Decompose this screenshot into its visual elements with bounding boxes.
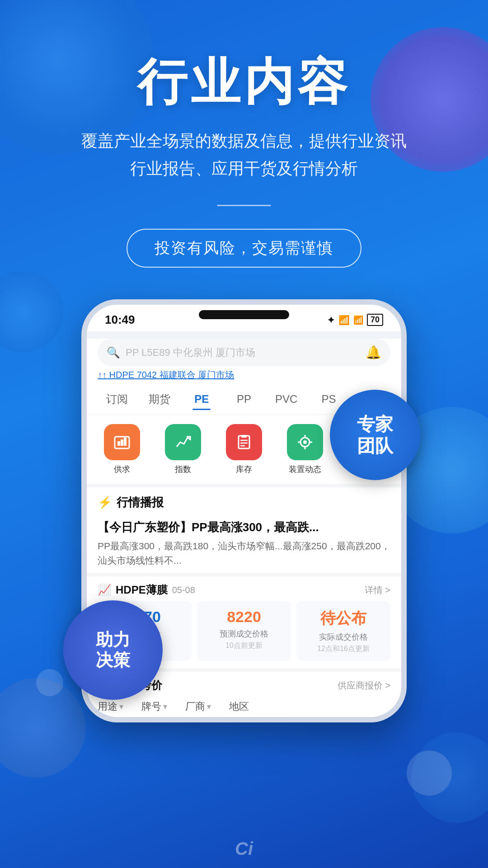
price-label-predict: 预测成交价格 <box>202 628 286 639</box>
search-bar[interactable]: 🔍 PP L5E89 中化泉州 厦门市场 🔔 <box>98 339 390 366</box>
price-value-predict: 8220 <box>202 608 286 626</box>
broadcast-icon: ⚡ <box>98 495 112 509</box>
bluetooth-icon: ✦ <box>327 315 335 326</box>
market-broadcast-header: ⚡ 行情播报 <box>87 484 401 514</box>
filter-usage-label: 用途 <box>98 700 117 713</box>
hero-title: 行业内容 <box>137 54 351 109</box>
price-update-predict: 10点前更新 <box>202 641 286 651</box>
inventory-icon <box>226 424 262 460</box>
filter-usage-arrow: ▾ <box>119 702 123 712</box>
price-value-actual: 待公布 <box>302 608 385 629</box>
svg-point-10 <box>303 440 307 444</box>
filter-brand-label: 牌号 <box>141 700 161 713</box>
market-ref-link[interactable]: 供应商报价 > <box>338 679 390 692</box>
tab-subscribe[interactable]: 订阅 <box>96 388 138 410</box>
price-detail-link[interactable]: 详情 > <box>365 584 390 596</box>
bottom-watermark: Ci <box>235 839 253 859</box>
device-label: 装置动态 <box>289 464 321 475</box>
phone-mockup: 专家 团队 助力 决策 10:49 ✦ 📶 📶 70 <box>81 299 407 722</box>
status-icons: ✦ 📶 📶 70 <box>327 314 383 326</box>
risk-warning: 投资有风险，交易需谨慎 <box>127 229 361 268</box>
filter-manufacturer[interactable]: 厂商 ▾ <box>185 700 211 713</box>
subtitle-line2: 行业报告、应用干货及行情分析 <box>130 159 358 178</box>
bell-icon[interactable]: 🔔 <box>366 345 381 360</box>
supply-label: 供求 <box>114 464 130 475</box>
expert-badge: 专家 团队 <box>330 390 420 480</box>
subtitle-line1: 覆盖产业全场景的数据及信息，提供行业资讯 <box>81 132 407 150</box>
assist-badge-line2: 决策 <box>96 650 130 671</box>
price-section-title: HDPE薄膜 <box>116 583 168 597</box>
expert-badge-line1: 专家 <box>357 413 393 435</box>
signal-icon-2: 📶 <box>353 315 363 325</box>
device-icon <box>287 424 323 460</box>
tab-pe[interactable]: PE <box>180 389 223 409</box>
assist-badge-line1: 助力 <box>96 630 130 651</box>
price-update-actual: 12点和16点更新 <box>302 644 385 654</box>
search-icon: 🔍 <box>107 346 120 359</box>
news-title: 【今日广东塑价】PP最高涨300，最高跌... <box>98 519 390 535</box>
hero-subtitle: 覆盖产业全场景的数据及信息，提供行业资讯 行业报告、应用干货及行情分析 <box>54 127 434 182</box>
supply-icon <box>104 424 140 460</box>
status-time: 10:49 <box>105 313 135 327</box>
main-content: 行业内容 覆盖产业全场景的数据及信息，提供行业资讯 行业报告、应用干货及行情分析… <box>0 0 488 722</box>
search-placeholder: PP L5E89 中化泉州 厦门市场 <box>126 346 360 359</box>
divider <box>217 205 271 206</box>
svg-rect-2 <box>121 439 123 446</box>
search-suggestion: ↑↑ HDPE 7042 福建联合 厦门市场 <box>87 366 401 384</box>
tab-futures[interactable]: 期货 <box>138 388 181 410</box>
filter-manufacturer-arrow: ▾ <box>207 702 211 712</box>
icon-cell-device[interactable]: 装置动态 <box>277 424 333 475</box>
tab-pp[interactable]: PP <box>223 389 265 409</box>
news-item[interactable]: 【今日广东塑价】PP最高涨300，最高跌... PP最高涨300，最高跌180，… <box>87 514 401 573</box>
svg-rect-4 <box>239 436 249 448</box>
inventory-label: 库存 <box>236 464 252 475</box>
price-icon: 📈 <box>98 584 111 596</box>
filter-manufacturer-label: 厂商 <box>185 700 205 713</box>
assist-badge: 助力 决策 <box>63 600 163 700</box>
price-card-predict: 8220 预测成交价格 10点前更新 <box>197 601 291 661</box>
icon-cell-inventory[interactable]: 库存 <box>216 424 272 475</box>
filter-brand[interactable]: 牌号 ▾ <box>141 700 167 713</box>
price-date: 05-08 <box>172 585 195 595</box>
index-label: 指数 <box>175 464 191 475</box>
status-bar: 10:49 ✦ 📶 📶 70 <box>87 305 401 331</box>
status-notch <box>199 310 289 319</box>
market-filters: 用途 ▾ 牌号 ▾ 厂商 ▾ 地区 <box>87 696 401 717</box>
filter-usage[interactable]: 用途 ▾ <box>98 700 123 713</box>
filter-region-label: 地区 <box>229 700 249 713</box>
filter-region[interactable]: 地区 <box>229 700 249 713</box>
price-card-actual: 待公布 实际成交价格 12点和16点更新 <box>296 601 390 661</box>
price-section-header: 📈 HDPE薄膜 05-08 详情 > <box>87 573 401 601</box>
svg-rect-3 <box>124 438 127 446</box>
index-icon <box>165 424 201 460</box>
price-label-actual: 实际成交价格 <box>302 632 385 642</box>
news-body: PP最高涨300，最高跌180，汕头市场窄幅...最高涨250，最高跌200，汕… <box>98 539 390 567</box>
deco-circle-medium <box>407 750 452 796</box>
icon-cell-index[interactable]: 指数 <box>155 424 211 475</box>
expert-badge-line2: 团队 <box>357 435 393 457</box>
tab-pvc[interactable]: PVC <box>265 389 308 409</box>
battery-icon: 70 <box>367 314 383 326</box>
signal-icon: 📶 <box>338 315 350 326</box>
icon-cell-supply[interactable]: 供求 <box>94 424 150 475</box>
broadcast-title: 行情播报 <box>117 495 164 510</box>
filter-brand-arrow: ▾ <box>163 702 167 712</box>
svg-rect-5 <box>241 435 247 438</box>
svg-rect-1 <box>117 441 120 446</box>
